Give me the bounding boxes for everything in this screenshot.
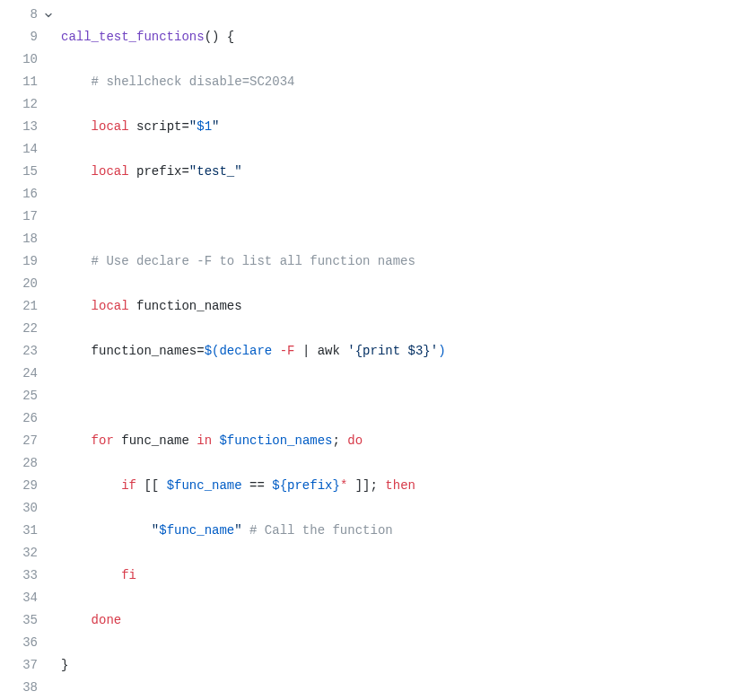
line-number: 25 [0, 385, 39, 407]
code-line [61, 206, 743, 228]
line-number: 19 [0, 250, 39, 273]
line-number: 14 [0, 138, 39, 161]
line-number: 22 [0, 318, 39, 340]
line-number: 36 [0, 632, 39, 654]
code-line: local prefix="test_" [61, 161, 743, 183]
code-line: call_test_functions() { [61, 26, 743, 48]
code-line: for func_name in $function_names; do [61, 430, 743, 452]
line-number: 17 [0, 206, 39, 228]
line-number: 37 [0, 654, 39, 677]
code-line [61, 385, 743, 407]
code-line: # shellcheck disable=SC2034 [61, 71, 743, 93]
code-line: "$func_name" # Call the function [61, 520, 743, 542]
line-number: 20 [0, 273, 39, 295]
line-number: 21 [0, 295, 39, 318]
code-line: # Use declare -F to list all function na… [61, 250, 743, 273]
fold-gutter [41, 4, 61, 700]
line-number: 23 [0, 340, 39, 363]
line-number: 38 [0, 677, 39, 699]
line-number: 33 [0, 564, 39, 587]
code-line: fi [61, 564, 743, 587]
line-number: 15 [0, 161, 39, 183]
line-number: 16 [0, 183, 39, 206]
line-number: 24 [0, 363, 39, 385]
line-number: 35 [0, 609, 39, 632]
line-number: 34 [0, 587, 39, 609]
line-number: 27 [0, 430, 39, 452]
code-line: if [[ $func_name == ${prefix}* ]]; then [61, 475, 743, 497]
code-content[interactable]: call_test_functions() { # shellcheck dis… [61, 4, 743, 700]
line-number: 10 [0, 48, 39, 71]
line-number: 12 [0, 93, 39, 116]
line-number: 11 [0, 71, 39, 93]
line-number: 29 [0, 475, 39, 497]
code-editor: 8 9 10 11 12 13 14 15 16 17 18 19 20 21 … [0, 0, 743, 700]
line-number: 31 [0, 520, 39, 542]
line-number: 9 [0, 26, 39, 48]
code-line: local function_names [61, 295, 743, 318]
line-number: 26 [0, 407, 39, 430]
line-number: 28 [0, 452, 39, 475]
line-number-gutter: 8 9 10 11 12 13 14 15 16 17 18 19 20 21 … [0, 4, 41, 700]
code-line: function_names=$(declare -F | awk '{prin… [61, 340, 743, 363]
line-number: 18 [0, 228, 39, 250]
fold-toggle[interactable] [41, 4, 61, 26]
line-number: 13 [0, 116, 39, 138]
code-line: local script="$1" [61, 116, 743, 138]
line-number: 32 [0, 542, 39, 564]
line-number: 8 [0, 4, 39, 26]
line-number: 30 [0, 497, 39, 520]
code-line: } [61, 654, 743, 677]
chevron-down-icon [43, 10, 54, 21]
code-line: done [61, 609, 743, 632]
